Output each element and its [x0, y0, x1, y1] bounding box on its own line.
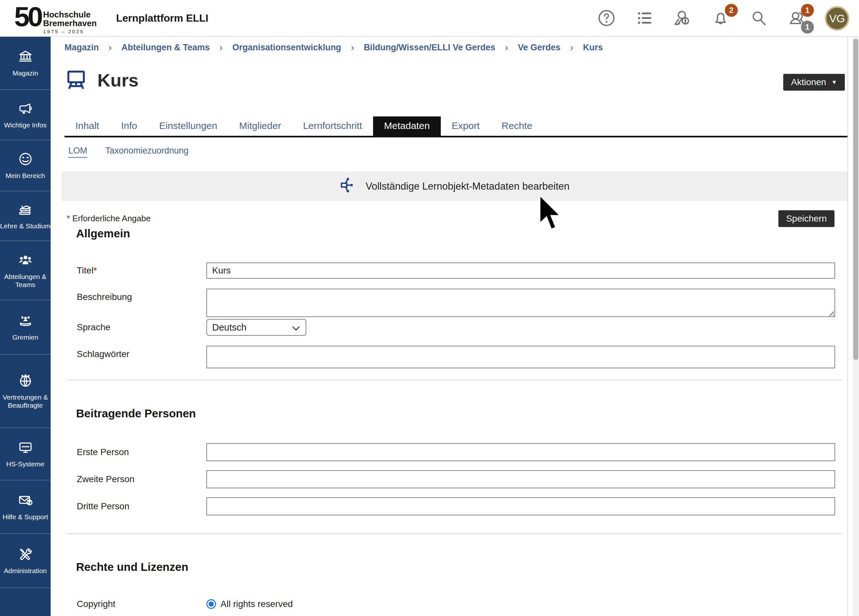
- section-heading-rechte: Rechte und Lizenzen: [76, 561, 188, 574]
- help-button[interactable]: [597, 8, 617, 28]
- monitor-password-icon: [18, 440, 33, 456]
- tab-bar: Inhalt Info Einstellungen Mitglieder Ler…: [64, 117, 847, 138]
- bank-icon: [18, 49, 33, 65]
- help-icon: [597, 9, 616, 28]
- user-status-button[interactable]: 0: [673, 8, 693, 28]
- sidebar-item-label: Gremien: [12, 333, 38, 341]
- schlagwoerter-input[interactable]: [206, 346, 835, 368]
- copyright-label: Copyright: [61, 597, 206, 611]
- tab-inhalt[interactable]: Inhalt: [64, 116, 110, 136]
- schlagwoerter-label: Schlagwörter: [61, 346, 206, 368]
- subtab-taxonomiezuordnung[interactable]: Taxonomiezuordnung: [105, 146, 189, 158]
- sidebar-item-magazin[interactable]: Magazin: [0, 37, 51, 90]
- tab-rechte[interactable]: Rechte: [491, 116, 544, 136]
- copyright-option-label: All rights reserved: [220, 599, 293, 609]
- scrollbar-thumb[interactable]: [853, 39, 858, 360]
- sidebar-item-wichtige-infos[interactable]: Wichtige Infos: [0, 90, 51, 140]
- breadcrumb-organisationsentwicklung[interactable]: Organisationsentwicklung: [233, 42, 342, 53]
- breadcrumb-abteilungen[interactable]: Abteilungen & Teams: [122, 42, 210, 53]
- form-row-zweite-person: Zweite Person: [61, 470, 839, 488]
- dritte-person-input[interactable]: [206, 497, 835, 515]
- chevron-right-icon: ›: [505, 42, 508, 53]
- header-icon-row: 0 2 1 1 VG: [597, 0, 849, 37]
- sidebar-item-lehre-studium[interactable]: Lehre & Studium: [0, 191, 51, 241]
- breadcrumb-magazin[interactable]: Magazin: [64, 42, 99, 53]
- sprache-selected-value: Deutsch: [212, 322, 246, 333]
- search-button[interactable]: [749, 8, 769, 28]
- section-heading-beitragende: Beitragende Personen: [76, 407, 196, 420]
- tab-metadaten[interactable]: Metadaten: [373, 116, 441, 136]
- beschreibung-label: Beschreibung: [61, 289, 206, 317]
- titel-input[interactable]: [206, 263, 835, 279]
- breadcrumb-kurs[interactable]: Kurs: [583, 42, 603, 53]
- sidebar-item-hilfe-support[interactable]: Hilfe & Support: [0, 480, 51, 534]
- tab-info[interactable]: Info: [110, 116, 148, 136]
- tab-export[interactable]: Export: [441, 116, 491, 136]
- breadcrumb: Magazin› Abteilungen & Teams› Organisati…: [64, 42, 603, 53]
- section-divider: [67, 533, 842, 534]
- sidebar-item-label: Hilfe & Support: [3, 513, 48, 521]
- breadcrumb-bildung-wissen[interactable]: Bildung/Wissen/ELLI Ve Gerdes: [364, 42, 495, 53]
- edit-full-metadata-banner[interactable]: Vollständige Lernobjekt-Metadaten bearbe…: [61, 172, 847, 201]
- page-title: Kurs: [97, 70, 139, 91]
- notifications-badge: 2: [725, 4, 738, 17]
- mail-question-icon: [18, 493, 33, 509]
- sidebar: Magazin Wichtige Infos Mein Bereich Lehr…: [0, 37, 51, 616]
- save-button[interactable]: Speichern: [778, 210, 834, 227]
- user-avatar[interactable]: VG: [825, 6, 849, 31]
- metadata-hub-icon: [339, 176, 357, 197]
- dritte-person-label: Dritte Person: [61, 497, 206, 515]
- sidebar-item-mein-bereich[interactable]: Mein Bereich: [0, 140, 51, 191]
- sidebar-item-label: HS-Systeme: [6, 460, 44, 468]
- contacts-button[interactable]: 1 1: [787, 8, 807, 28]
- banner-label: Vollständige Lernobjekt-Metadaten bearbe…: [365, 181, 570, 192]
- section-divider: [67, 380, 842, 380]
- sidebar-item-hs-systeme[interactable]: HS-Systeme: [0, 428, 51, 480]
- sidebar-item-label: Administration: [4, 567, 47, 575]
- top-header: 50 Hochschule Bremerhaven 1975 – 2025 Le…: [0, 0, 859, 37]
- form-row-schlagwoerter: Schlagwörter: [61, 346, 839, 368]
- sidebar-item-vertretungen[interactable]: Vertretungen & Beauftragte: [0, 355, 51, 428]
- zweite-person-input[interactable]: [206, 470, 835, 488]
- sidebar-item-gremien[interactable]: Gremien: [0, 300, 51, 355]
- logo-50-text: 50: [14, 3, 41, 30]
- beschreibung-textarea[interactable]: [206, 289, 835, 317]
- sidebar-item-abteilungen-teams[interactable]: Abteilungen & Teams: [0, 241, 51, 300]
- search-icon: [750, 9, 768, 28]
- sidebar-filler: [0, 588, 51, 616]
- smiley-icon: [18, 152, 33, 168]
- globe-people-icon: [18, 373, 33, 389]
- app-title: Lernplattform ELLI: [116, 12, 208, 24]
- sprache-label: Sprache: [61, 319, 206, 336]
- logo-years: 1975 – 2025: [43, 29, 97, 34]
- required-hint: * Erforderliche Angabe: [67, 214, 151, 224]
- books-icon: [18, 202, 33, 218]
- tab-einstellungen[interactable]: Einstellungen: [148, 116, 228, 136]
- breadcrumb-ve-gerdes[interactable]: Ve Gerdes: [518, 42, 561, 53]
- committee-icon: [18, 313, 33, 329]
- zweite-person-label: Zweite Person: [61, 470, 206, 488]
- form-row-dritte-person: Dritte Person: [61, 497, 839, 515]
- list-button[interactable]: [634, 8, 654, 28]
- form-row-erste-person: Erste Person: [61, 443, 839, 461]
- notifications-button[interactable]: 2: [711, 8, 731, 28]
- tab-lernfortschritt[interactable]: Lernfortschritt: [292, 116, 373, 136]
- chevron-right-icon: ›: [220, 42, 223, 53]
- erste-person-input[interactable]: [206, 443, 835, 461]
- subtab-bar: LOM Taxonomiezuordnung: [68, 146, 189, 158]
- required-asterisk: *: [67, 214, 70, 223]
- sprache-select[interactable]: Deutsch: [206, 319, 306, 336]
- copyright-radio-all-rights[interactable]: [206, 599, 216, 609]
- required-asterisk: *: [94, 266, 97, 276]
- sidebar-item-label: Mein Bereich: [5, 172, 45, 180]
- titel-label: Titel*: [61, 263, 206, 279]
- tab-mitglieder[interactable]: Mitglieder: [228, 116, 292, 136]
- sidebar-item-administration[interactable]: Administration: [0, 534, 51, 588]
- actions-button[interactable]: Aktionen: [783, 74, 845, 91]
- logo-line2: Bremerhaven: [43, 19, 97, 28]
- subtab-lom[interactable]: LOM: [68, 146, 87, 158]
- user-alert-icon: [673, 9, 692, 28]
- vertical-scrollbar[interactable]: [853, 37, 859, 616]
- chevron-right-icon: ›: [570, 42, 573, 53]
- sidebar-item-label: Lehre & Studium: [0, 222, 50, 230]
